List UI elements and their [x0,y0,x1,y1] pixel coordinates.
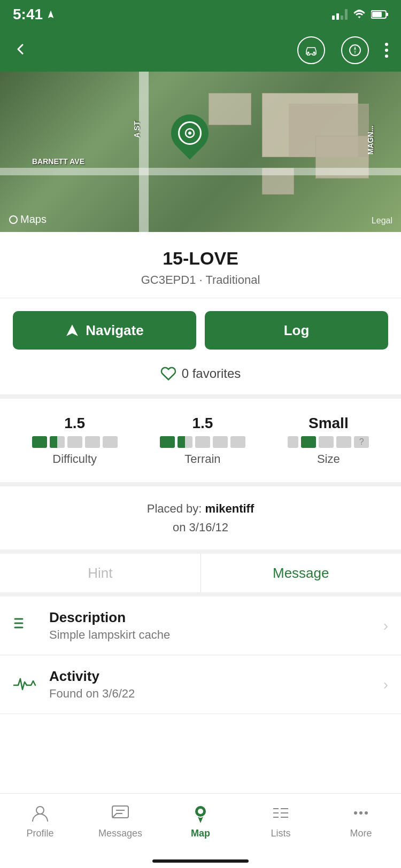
nav-lists[interactable]: Lists [241,801,321,839]
log-button[interactable]: Log [205,311,388,350]
description-list-item[interactable]: Description Simple lampskirt cache › [0,596,401,655]
description-chevron: › [383,617,388,634]
activity-subtitle: Found on 3/6/22 [49,687,383,701]
back-button[interactable] [13,39,28,61]
size-value: Small [309,415,349,432]
cache-info: 15-LOVE GC3EPD1 · Traditional [0,232,401,298]
svg-rect-1 [387,13,388,16]
svg-point-26 [354,811,357,815]
terrain-stat: 1.5 Terrain [160,415,245,466]
placed-on-text: on 3/16/12 [13,518,388,537]
description-icon [13,615,40,637]
placed-by-section: Placed by: mikentiff on 3/16/12 [0,486,401,554]
cache-name: 15-LOVE [13,248,388,269]
home-indicator [152,859,249,863]
svg-marker-6 [354,46,356,50]
activity-chevron: › [383,676,388,693]
action-buttons: Navigate Log [0,298,401,360]
difficulty-label: Difficulty [52,452,97,466]
hint-tab[interactable]: Hint [0,554,201,592]
svg-point-3 [307,52,310,54]
nav-map[interactable]: Map [160,801,241,839]
lists-icon [269,801,292,825]
nav-messages[interactable]: Messages [80,801,160,839]
svg-point-19 [198,809,203,814]
svg-point-4 [313,52,315,54]
nav-profile-label: Profile [26,828,53,839]
maps-attribution: Maps [9,213,47,226]
nav-lists-label: Lists [271,828,290,839]
stats-row: 1.5 Difficulty 1.5 Terrain [0,399,401,486]
compass-button[interactable] [341,36,369,64]
nav-more[interactable]: More [321,801,401,839]
more-icon [349,801,373,825]
svg-marker-7 [354,50,356,55]
battery-icon [371,10,388,19]
header-action-icons [297,36,388,64]
map-view[interactable]: A ST BARNETT AVE MAGN... Maps Legal [0,72,401,232]
size-blocks: ? [288,436,369,448]
message-tab[interactable]: Message [201,554,402,592]
favorites-row[interactable]: 0 favorites [0,360,401,399]
terrain-value: 1.5 [192,415,213,432]
svg-point-27 [359,811,363,815]
car-button[interactable] [297,36,325,64]
difficulty-blocks [32,436,118,448]
terrain-label: Terrain [184,452,220,466]
map-icon [189,801,212,825]
cache-subtitle: GC3EPD1 · Traditional [13,273,388,287]
messages-icon [109,801,132,825]
svg-point-28 [365,811,368,815]
svg-rect-2 [372,12,382,17]
activity-list-item[interactable]: Activity Found on 3/6/22 › [0,655,401,714]
nav-map-label: Map [191,828,210,839]
description-content: Description Simple lampskirt cache [49,609,383,642]
status-icons [332,8,388,21]
activity-content: Activity Found on 3/6/22 [49,668,383,701]
nav-profile[interactable]: Profile [0,801,80,839]
description-title: Description [49,609,383,626]
activity-title: Activity [49,668,383,685]
status-bar: 5:41 [0,0,401,29]
heart-icon [160,366,176,382]
nav-more-label: More [350,828,372,839]
terrain-blocks [160,436,245,448]
hint-message-tabs: Hint Message [0,554,401,596]
profile-icon [28,801,52,825]
size-stat: Small ? Size [288,415,369,466]
nav-messages-label: Messages [98,828,142,839]
signal-bars [332,9,348,20]
cache-pin[interactable] [171,114,209,157]
header-nav [0,29,401,72]
difficulty-stat: 1.5 Difficulty [32,415,118,466]
navigate-button[interactable]: Navigate [13,311,196,350]
svg-point-14 [36,807,44,814]
bottom-nav: Profile Messages Map [0,793,401,868]
placed-by-text: Placed by: mikentiff [13,499,388,518]
more-options-button[interactable] [385,43,388,58]
activity-icon [13,673,40,696]
size-label: Size [317,452,340,466]
svg-point-9 [188,131,192,135]
favorites-count: 0 favorites [182,366,241,381]
description-subtitle: Simple lampskirt cache [49,628,383,642]
svg-marker-10 [66,324,78,336]
status-time: 5:41 [13,6,56,23]
wifi-icon [353,8,366,21]
legal-label: Legal [372,216,392,226]
difficulty-value: 1.5 [64,415,85,432]
